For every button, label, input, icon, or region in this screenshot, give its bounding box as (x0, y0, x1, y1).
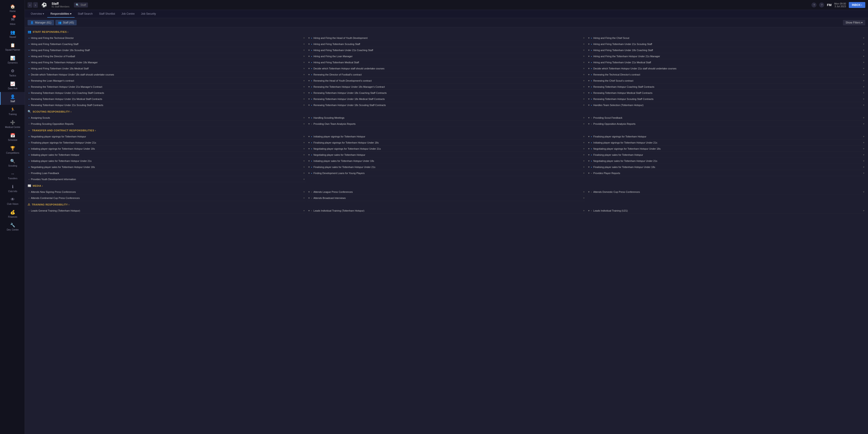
expand-left-icon[interactable]: ▾ (588, 190, 590, 193)
expand-left-icon[interactable]: ▾ (308, 209, 310, 212)
expand-icon[interactable]: ▾ (303, 196, 305, 199)
expand-icon[interactable]: ▾ (303, 159, 305, 162)
expand-icon[interactable]: ▾ (583, 73, 585, 76)
expand-icon[interactable]: ▾ (863, 172, 864, 175)
expand-left-icon[interactable]: ▾ (308, 190, 310, 193)
section-header-training_responsibility[interactable]: ⚠TRAINING RESPONSIBILITY › (28, 203, 865, 206)
expand-icon[interactable]: ▾ (863, 153, 864, 156)
expand-left-icon[interactable]: ▾ (308, 147, 310, 150)
expand-icon[interactable]: ▾ (863, 165, 864, 168)
expand-icon[interactable]: ▾ (863, 97, 864, 101)
tab-responsibilities[interactable]: Responsibilities ▾ (47, 10, 74, 18)
expand-left-icon[interactable]: ▾ (588, 159, 590, 162)
expand-icon[interactable]: ▾ (303, 79, 305, 82)
expand-icon[interactable]: ▾ (583, 153, 585, 156)
expand-icon[interactable]: ▾ (583, 67, 585, 70)
sidebar-nav-dev-centre[interactable]: 🔧Dev. Centre (0, 220, 25, 233)
expand-icon[interactable]: ▾ (303, 49, 305, 52)
sidebar-nav-club-info[interactable]: ℹClub Info (0, 182, 25, 195)
show-filters-button[interactable]: Show Filters ▾ (843, 20, 865, 25)
expand-icon[interactable]: ▾ (863, 73, 864, 76)
expand-left-icon[interactable]: ▾ (308, 61, 310, 64)
expand-left-icon[interactable]: ▾ (588, 147, 590, 150)
sidebar-nav-club-vision[interactable]: 👁Club Vision (0, 195, 25, 208)
expand-left-icon[interactable]: ▾ (588, 103, 590, 107)
expand-icon[interactable]: ▾ (863, 67, 864, 70)
expand-icon[interactable]: ▾ (583, 147, 585, 150)
expand-left-icon[interactable]: ▾ (308, 196, 310, 199)
expand-icon[interactable]: ▾ (583, 135, 585, 138)
section-header-scouting_responsibility[interactable]: 🔍SCOUTING RESPONSIBILITY › (28, 110, 865, 113)
expand-icon[interactable]: ▾ (863, 141, 864, 144)
sidebar-nav-transfers[interactable]: ↔Transfers (0, 169, 25, 182)
expand-left-icon[interactable]: ▾ (588, 209, 590, 212)
expand-icon[interactable]: ▾ (583, 141, 585, 144)
expand-left-icon[interactable]: ▾ (308, 42, 310, 46)
sidebar-nav-tactics[interactable]: ⚙Tactics (0, 66, 25, 79)
sidebar-nav-home[interactable]: 🏠Home (0, 2, 25, 15)
expand-icon[interactable]: ▾ (583, 49, 585, 52)
expand-icon[interactable]: ▾ (863, 103, 864, 107)
sidebar-nav-competitions[interactable]: 🏆Competitions (0, 144, 25, 156)
expand-icon[interactable]: ▾ (863, 42, 864, 46)
expand-left-icon[interactable]: ▾ (308, 67, 310, 70)
expand-icon[interactable]: ▾ (303, 190, 305, 193)
expand-icon[interactable]: ▾ (583, 190, 585, 193)
sidebar-nav-medical[interactable]: ➕Medical Centre (0, 118, 25, 131)
search-box[interactable]: 🔍 Staff (74, 2, 88, 7)
expand-icon[interactable]: ▾ (863, 147, 864, 150)
expand-left-icon[interactable]: ▾ (308, 103, 310, 107)
expand-icon[interactable]: ▾ (583, 36, 585, 39)
expand-left-icon[interactable]: ▾ (308, 97, 310, 101)
expand-icon[interactable]: ▾ (583, 91, 585, 94)
expand-icon[interactable]: ▾ (863, 159, 864, 162)
expand-icon[interactable]: ▾ (583, 159, 585, 162)
expand-left-icon[interactable]: ▾ (588, 97, 590, 101)
staff-filter-button[interactable]: 👥 Staff (45) (55, 20, 76, 25)
expand-left-icon[interactable]: ▾ (308, 91, 310, 94)
expand-icon[interactable]: ▾ (303, 97, 305, 101)
tab-job-centre[interactable]: Job Centre (118, 10, 138, 18)
expand-left-icon[interactable]: ▾ (588, 42, 590, 46)
expand-icon[interactable]: ▾ (303, 91, 305, 94)
sidebar-nav-squad-planner[interactable]: 📋Squad Planner (0, 40, 25, 53)
expand-icon[interactable]: ▾ (583, 172, 585, 175)
nav-forward-button[interactable]: › (33, 2, 38, 8)
sidebar-nav-data-hub[interactable]: 📈Data Hub (0, 79, 25, 92)
expand-icon[interactable]: ▾ (583, 55, 585, 58)
expand-left-icon[interactable]: ▾ (308, 141, 310, 144)
expand-icon[interactable]: ▾ (303, 209, 305, 212)
expand-left-icon[interactable]: ▾ (308, 159, 310, 162)
expand-icon[interactable]: ▾ (583, 61, 585, 64)
expand-icon[interactable]: ▾ (583, 209, 585, 212)
expand-icon[interactable]: ▾ (303, 55, 305, 58)
section-header-staff_responsibilities[interactable]: 👥STAFF RESPONSIBILITIES › (28, 30, 865, 33)
section-header-media[interactable]: 📰MEDIA › (28, 184, 865, 187)
expand-left-icon[interactable]: ▾ (588, 172, 590, 175)
expand-icon[interactable]: ▾ (303, 178, 305, 181)
tab-staff-shortlist[interactable]: Staff Shortlist (96, 10, 118, 18)
expand-icon[interactable]: ▾ (583, 122, 585, 125)
expand-icon[interactable]: ▾ (583, 42, 585, 46)
expand-icon[interactable]: ▾ (303, 36, 305, 39)
expand-icon[interactable]: ▾ (303, 141, 305, 144)
expand-left-icon[interactable]: ▾ (308, 73, 310, 76)
sidebar-nav-inbox[interactable]: ✉Inbox1 (0, 15, 25, 28)
manager-filter-button[interactable]: 👤 Manager (61) (28, 20, 54, 25)
expand-icon[interactable]: ▾ (303, 61, 305, 64)
expand-left-icon[interactable]: ▾ (308, 36, 310, 39)
sidebar-nav-finances[interactable]: 💰Finances (0, 208, 25, 220)
expand-icon[interactable]: ▾ (583, 85, 585, 88)
sidebar-nav-schedule[interactable]: 📅Schedule (0, 131, 25, 144)
expand-icon[interactable]: ▾ (303, 172, 305, 175)
expand-icon[interactable]: ▾ (303, 42, 305, 46)
sidebar-nav-training[interactable]: 🏃Training (0, 105, 25, 118)
expand-icon[interactable]: ▾ (863, 116, 864, 119)
expand-left-icon[interactable]: ▾ (308, 55, 310, 58)
expand-icon[interactable]: ▾ (583, 79, 585, 82)
expand-icon[interactable]: ▾ (583, 196, 585, 199)
expand-icon[interactable]: ▾ (863, 122, 864, 125)
nav-back-button[interactable]: ‹ (28, 2, 32, 8)
expand-icon[interactable]: ▾ (863, 135, 864, 138)
expand-icon[interactable]: ▾ (583, 165, 585, 168)
